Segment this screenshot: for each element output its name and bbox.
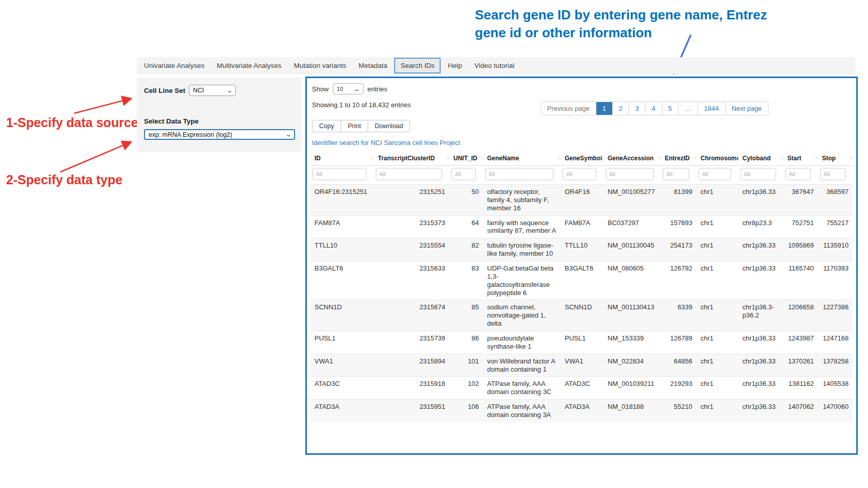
cell-start: 1165740 — [783, 261, 818, 300]
column-header-transcriptclusterid[interactable]: TranscriptClusterID↑↓ — [374, 151, 449, 166]
pagination-prev-button[interactable]: Previous page — [541, 102, 596, 115]
cell-geneaccession: BC037297 — [604, 215, 661, 238]
column-header-entrezid[interactable]: EntrezID↑↓ — [661, 151, 696, 166]
filter-input-transcriptclusterid[interactable] — [376, 168, 442, 180]
cell-start: 367647 — [783, 185, 818, 216]
cell-chromosome: chr1 — [696, 300, 738, 331]
tab-univariate-analyses[interactable]: Univariate Analyses — [138, 62, 211, 69]
data-type-value: exp: mRNA Expression (log2) — [149, 131, 232, 138]
filter-input-entrezid[interactable] — [663, 168, 689, 180]
filter-cell — [783, 166, 818, 185]
cell-unit-id: 50 — [449, 185, 483, 216]
column-header-geneaccession[interactable]: GeneAccession↑↓ — [604, 151, 661, 166]
pagination-next-button[interactable]: Next page — [725, 102, 768, 115]
cell-chromosome: chr1 — [696, 185, 738, 216]
column-header-unit-id[interactable]: UNIT_ID↑↓ — [449, 151, 483, 166]
filter-cell — [374, 166, 449, 185]
cell-cytoband: chr1p36.33 — [738, 400, 783, 422]
cell-entrezid: 81399 — [661, 185, 696, 216]
tab-video-tutorial[interactable]: Video tutorial — [468, 62, 521, 69]
filter-cell — [818, 166, 853, 185]
cell-genesymbol: PUSL1 — [561, 331, 604, 354]
filter-input-stop[interactable] — [820, 168, 846, 180]
tab-help[interactable]: Help — [442, 62, 468, 69]
print-button[interactable]: Print — [341, 120, 368, 132]
tab-metadata[interactable]: Metadata — [352, 62, 393, 69]
sort-icon: ↑↓ — [446, 155, 449, 160]
column-header-label: EntrezID — [665, 155, 690, 162]
pagination-page-1[interactable]: 1 — [596, 102, 612, 115]
table-row: SCNN1D231567485sodium channel, nonvoltag… — [310, 300, 853, 331]
filter-input-genesymbol[interactable] — [563, 168, 596, 180]
cell-id: VWA1 — [310, 354, 374, 377]
cell-transcriptclusterid: 2315894 — [374, 354, 449, 377]
table-row: OR4F16:2315251231525150olfactory recepto… — [310, 185, 853, 216]
cell-start: 1407062 — [783, 400, 818, 422]
column-header-start[interactable]: Start↑↓ — [783, 151, 818, 166]
tab-multivariate-analyses[interactable]: Multivariate Analyses — [211, 62, 288, 69]
cell-genename: pseudouridylate synthase-like 1 — [483, 331, 561, 354]
cell-geneaccession: NM_001130413 — [604, 300, 661, 331]
cell-entrezid: 254173 — [661, 238, 696, 261]
cell-transcriptclusterid: 2315951 — [374, 400, 449, 422]
filter-input-cytoband[interactable] — [740, 168, 776, 180]
cell-chromosome: chr1 — [696, 261, 738, 300]
column-header-genesymbol[interactable]: GeneSymbol↑↓ — [561, 151, 604, 166]
pagination-page-2[interactable]: 2 — [612, 102, 629, 115]
cell-chromosome: chr1 — [696, 400, 738, 422]
cell-chromosome: chr1 — [696, 354, 738, 377]
cell-unit-id: 101 — [449, 354, 483, 377]
cell-start: 1206658 — [783, 300, 818, 331]
filter-input-chromosome[interactable] — [698, 168, 731, 180]
data-type-select[interactable]: exp: mRNA Expression (log2) ⌄ — [144, 129, 295, 140]
pagination-ellipsis: … — [678, 102, 697, 115]
tab-search-ids[interactable]: Search IDs — [394, 58, 441, 74]
filter-input-start[interactable] — [785, 168, 811, 180]
show-entries-row: Show 10 ⌄ entries — [312, 83, 853, 94]
column-header-id[interactable]: ID↑↓ — [310, 151, 374, 166]
pagination-page-4[interactable]: 4 — [645, 102, 661, 115]
annotation-search-note-line1: Search gene ID by entering gene name, En… — [475, 6, 767, 24]
column-header-cytoband[interactable]: Cytoband↑↓ — [738, 151, 783, 166]
cell-line-set-select[interactable]: NCI ⌄ — [189, 85, 236, 96]
table-row: FAM87A231537364family with sequence simi… — [310, 215, 853, 238]
column-header-stop[interactable]: Stop↑↓ — [818, 151, 853, 166]
cell-entrezid: 219293 — [661, 377, 696, 400]
red-arrow-step2 — [56, 137, 138, 175]
cell-entrezid: 126789 — [661, 331, 696, 354]
page-length-select[interactable]: 10 ⌄ — [333, 83, 364, 94]
pagination-page-3[interactable]: 3 — [629, 102, 645, 115]
search-ids-panel: Show 10 ⌄ entries Showing 1 to 10 of 18,… — [305, 77, 858, 455]
pagination-page-1844[interactable]: 1844 — [697, 102, 725, 115]
filter-input-unit-id[interactable] — [451, 168, 476, 180]
filter-cell — [449, 166, 483, 185]
filter-input-geneaccession[interactable] — [606, 168, 654, 180]
download-button[interactable]: Download — [368, 120, 411, 132]
pagination-page-5[interactable]: 5 — [662, 102, 678, 115]
cell-transcriptclusterid: 2315739 — [374, 331, 449, 354]
column-header-chromosome[interactable]: Chromosome↑↓ — [696, 151, 738, 166]
filter-input-genename[interactable] — [485, 168, 553, 180]
table-row: ATAD3A2315951106ATPase family, AAA domai… — [310, 400, 853, 422]
table-row: PUSL1231573986pseudouridylate synthase-l… — [310, 331, 853, 354]
tab-mutation-variants[interactable]: Mutation variants — [287, 62, 352, 69]
sort-icon: ↑↓ — [780, 155, 783, 160]
table-filter-row — [310, 166, 853, 185]
chevron-down-icon: ⌄ — [353, 86, 360, 92]
cell-genesymbol: ATAD3C — [561, 377, 604, 400]
filter-input-id[interactable] — [312, 168, 367, 180]
blue-annotation-arrow — [664, 31, 700, 82]
cell-entrezid: 157693 — [661, 215, 696, 238]
cell-transcriptclusterid: 2315554 — [374, 238, 449, 261]
column-header-label: UNIT_ID — [453, 155, 477, 162]
filter-cell — [310, 166, 374, 185]
copy-button[interactable]: Copy — [312, 120, 341, 132]
cell-genename: olfactory receptor, family 4, subfamily … — [483, 185, 561, 216]
cell-unit-id: 85 — [449, 300, 483, 331]
identifier-search-link[interactable]: Identifier search for NCI Sarcoma cell l… — [312, 139, 460, 147]
sort-icon: ↑↓ — [849, 155, 852, 160]
column-header-genename[interactable]: GeneName↑↓ — [483, 151, 561, 166]
export-button-group: CopyPrintDownload — [312, 120, 853, 132]
cell-cytoband: chr1p36.33 — [738, 354, 783, 377]
cell-cytoband: chr1p36.33 — [738, 185, 783, 216]
